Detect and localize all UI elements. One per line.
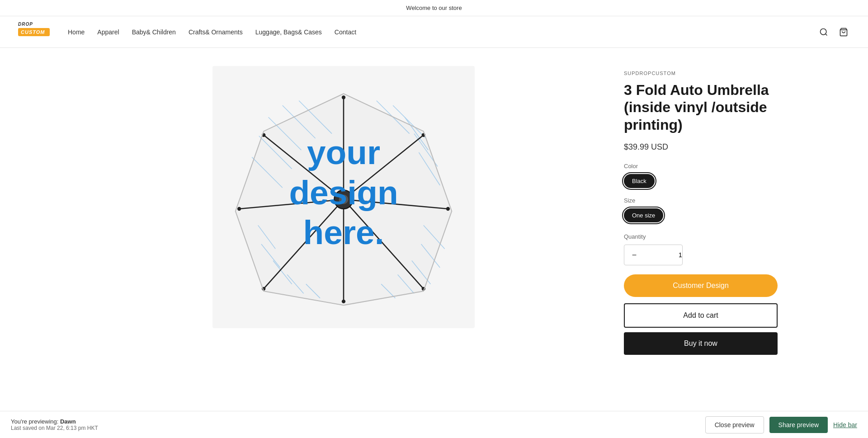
quantity-label: Quantity xyxy=(624,233,778,240)
size-label: Size xyxy=(624,197,778,204)
search-icon xyxy=(819,28,828,37)
header: Drop CUSTOM Home Apparel Baby& Children … xyxy=(0,16,868,48)
nav-baby-children[interactable]: Baby& Children xyxy=(132,28,176,36)
nav-luggage[interactable]: Luggage, Bags& Cases xyxy=(255,28,322,36)
cart-icon xyxy=(839,28,848,37)
announcement-text: Welcome to our store xyxy=(406,5,462,11)
main-content: your design here. SUPDROPCUSTOM 3 Fold A… xyxy=(0,48,868,373)
product-title: 3 Fold Auto Umbrella (inside vinyl /outs… xyxy=(624,81,778,133)
logo-drop: Drop xyxy=(18,22,50,27)
product-info: SUPDROPCUSTOM 3 Fold Auto Umbrella (insi… xyxy=(624,66,778,355)
nav-home[interactable]: Home xyxy=(68,28,85,36)
announcement-bar: Welcome to our store xyxy=(0,0,868,16)
customer-design-button[interactable]: Customer Design xyxy=(624,274,778,297)
nav-contact[interactable]: Contact xyxy=(335,28,356,36)
color-black-button[interactable]: Black xyxy=(624,174,655,188)
logo-link[interactable]: Drop CUSTOM xyxy=(18,22,50,42)
svg-text:your: your xyxy=(307,133,380,171)
header-icons xyxy=(817,26,850,38)
color-label: Color xyxy=(624,163,778,170)
product-image: your design here. xyxy=(226,80,461,315)
quantity-control: − + xyxy=(624,245,683,265)
product-image-area: your design here. xyxy=(90,66,597,355)
brand-name: SUPDROPCUSTOM xyxy=(624,71,778,76)
quantity-decrease-button[interactable]: − xyxy=(624,245,644,265)
product-price: $39.99 USD xyxy=(624,142,778,152)
search-button[interactable] xyxy=(817,26,830,38)
main-nav: Home Apparel Baby& Children Crafts& Orna… xyxy=(68,28,817,36)
size-one-size-button[interactable]: One size xyxy=(624,208,663,222)
nav-crafts-ornaments[interactable]: Crafts& Ornaments xyxy=(189,28,243,36)
add-to-cart-button[interactable]: Add to cart xyxy=(624,303,778,328)
cart-button[interactable] xyxy=(837,26,850,38)
buy-it-now-button[interactable]: Buy it now xyxy=(624,332,778,355)
color-options: Black xyxy=(624,174,778,188)
svg-point-34 xyxy=(446,207,450,211)
nav-apparel[interactable]: Apparel xyxy=(97,28,119,36)
logo: Drop CUSTOM xyxy=(18,22,50,42)
svg-point-32 xyxy=(342,95,345,99)
svg-point-0 xyxy=(821,28,826,34)
product-image-container: your design here. xyxy=(212,66,475,328)
svg-line-1 xyxy=(826,33,827,35)
size-options: One size xyxy=(624,208,778,222)
svg-text:here.: here. xyxy=(303,213,384,251)
quantity-input[interactable] xyxy=(644,251,683,259)
svg-point-36 xyxy=(342,300,345,303)
logo-custom: CUSTOM xyxy=(18,28,50,36)
svg-point-38 xyxy=(237,207,241,211)
svg-text:design: design xyxy=(289,174,398,212)
